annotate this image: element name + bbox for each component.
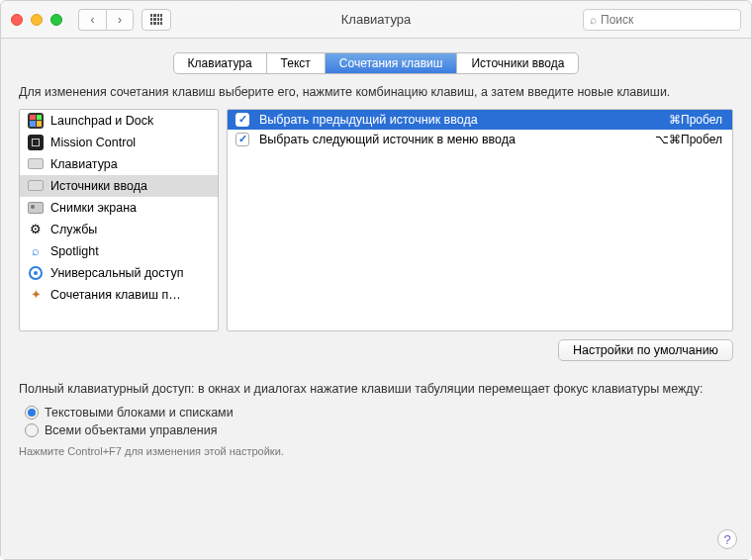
tab-keyboard[interactable]: Клавиатура (174, 53, 267, 73)
shortcut-row[interactable]: ✓Выбрать следующий источник в меню ввода… (228, 130, 732, 149)
search-field[interactable]: ⌕ (583, 9, 741, 31)
category-label: Launchpad и Dock (50, 114, 153, 128)
radio-label: Текстовыми блоками и списками (45, 406, 234, 420)
shortcut-row[interactable]: ✓Выбрать предыдущий источник ввода⌘Пробе… (228, 110, 732, 130)
radio-label: Всеми объектами управления (45, 423, 217, 437)
minimize-icon[interactable] (31, 14, 43, 26)
nav-buttons: ‹ › (78, 9, 134, 31)
shortcut-label: Выбрать предыдущий источник ввода (259, 113, 659, 127)
tab-text[interactable]: Текст (267, 53, 326, 73)
category-row[interactable]: ⌕Spotlight (20, 240, 218, 262)
category-label: Клавиатура (50, 157, 118, 171)
search-input[interactable] (601, 13, 749, 27)
restore-defaults-button[interactable]: Настройки по умолчанию (558, 339, 733, 361)
preferences-window: ‹ › Клавиатура ⌕ Клавиатура Текст Сочета… (0, 0, 752, 560)
content: Клавиатура Текст Сочетания клавиш Источн… (1, 39, 751, 559)
shortcut-list[interactable]: ✓Выбрать предыдущий источник ввода⌘Пробе… (227, 109, 733, 331)
category-row[interactable]: Снимки экрана (20, 197, 218, 219)
close-icon[interactable] (11, 14, 23, 26)
category-label: Универсальный доступ (50, 266, 183, 280)
services-icon: ⚙︎ (28, 222, 44, 237)
show-all-button[interactable] (141, 9, 171, 31)
shortcut-label: Выбрать следующий источник в меню ввода (259, 133, 645, 146)
category-label: Источники ввода (50, 179, 147, 193)
keyboard-icon (28, 156, 44, 172)
checkbox[interactable]: ✓ (235, 113, 249, 127)
input-icon (28, 178, 44, 194)
traffic-lights (11, 14, 62, 26)
category-label: Spotlight (50, 244, 99, 258)
category-row[interactable]: ✦Сочетания клавиш п… (20, 284, 218, 306)
zoom-icon[interactable] (50, 14, 62, 26)
panes: Launchpad и DockMission ControlКлавиатур… (19, 109, 733, 331)
shortcut-keys: ⌘Пробел (669, 113, 722, 127)
help-button[interactable]: ? (717, 529, 737, 549)
kbaccess-description: Полный клавиатурный доступ: в окнах и ди… (19, 381, 733, 398)
spotlight-icon: ⌕ (28, 243, 44, 259)
grid-icon (150, 14, 162, 26)
tab-input-sources[interactable]: Источники ввода (457, 53, 578, 73)
forward-button[interactable]: › (106, 9, 134, 31)
category-row[interactable]: Launchpad и Dock (20, 110, 218, 132)
radio-all-controls[interactable]: Всеми объектами управления (25, 423, 733, 437)
keyboard-access-section: Полный клавиатурный доступ: в окнах и ди… (19, 381, 733, 457)
category-row[interactable]: ⚙︎Службы (20, 219, 218, 240)
category-row[interactable]: Универсальный доступ (20, 262, 218, 284)
radio-text-lists[interactable]: Текстовыми блоками и списками (25, 406, 733, 420)
radio-icon (25, 423, 39, 437)
category-label: Mission Control (50, 136, 136, 149)
category-label: Службы (50, 223, 97, 236)
radio-icon (25, 406, 39, 420)
mission-icon (28, 135, 44, 150)
search-icon: ⌕ (590, 13, 597, 27)
category-row[interactable]: Источники ввода (20, 175, 218, 197)
appshortcuts-icon: ✦ (28, 287, 44, 303)
tab-shortcuts[interactable]: Сочетания клавиш (326, 53, 458, 73)
titlebar: ‹ › Клавиатура ⌕ (1, 1, 751, 39)
back-button[interactable]: ‹ (78, 9, 106, 31)
category-label: Снимки экрана (50, 201, 137, 215)
category-row[interactable]: Клавиатура (20, 153, 218, 175)
screenshot-icon (28, 200, 44, 216)
category-row[interactable]: Mission Control (20, 132, 218, 153)
checkbox[interactable]: ✓ (235, 133, 249, 146)
tab-bar: Клавиатура Текст Сочетания клавиш Источн… (173, 52, 580, 74)
accessibility-icon (28, 265, 44, 281)
instruction-text: Для изменения сочетания клавиш выберите … (19, 84, 733, 101)
launchpad-icon (28, 113, 44, 129)
shortcut-keys: ⌥⌘Пробел (655, 133, 722, 146)
category-label: Сочетания клавиш п… (50, 288, 181, 302)
kbaccess-hint: Нажмите Control+F7 для изменения этой на… (19, 445, 733, 457)
category-list[interactable]: Launchpad и DockMission ControlКлавиатур… (19, 109, 219, 331)
